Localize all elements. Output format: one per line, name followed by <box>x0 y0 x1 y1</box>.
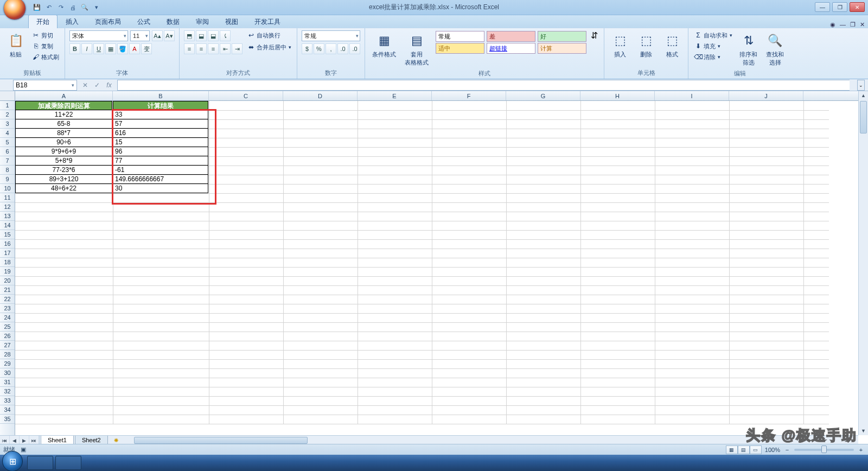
phonetic-button[interactable]: 变 <box>141 43 152 54</box>
align-left-icon[interactable]: ≡ <box>184 43 195 54</box>
currency-icon[interactable]: $ <box>302 43 312 54</box>
row-header-25[interactable]: 25 <box>0 322 15 332</box>
macro-record-icon[interactable]: ▣ <box>21 446 26 453</box>
align-top-icon[interactable]: ⬒ <box>184 30 195 41</box>
column-header-F[interactable]: F <box>432 91 506 100</box>
cell-A9[interactable]: 89÷3+120 <box>15 175 112 184</box>
column-header-H[interactable]: H <box>580 91 655 100</box>
cell-A5[interactable]: 90÷6 <box>15 138 112 147</box>
zoom-out-icon[interactable]: − <box>783 447 791 453</box>
merge-center-button[interactable]: ⬌合并后居中▾ <box>246 42 292 52</box>
ribbon-tab-0[interactable]: 开始 <box>28 15 58 28</box>
row-header-20[interactable]: 20 <box>0 276 15 285</box>
cell-A2[interactable]: 11+22 <box>15 110 112 119</box>
row-header-1[interactable]: 1 <box>0 101 15 110</box>
row-header-12[interactable]: 12 <box>0 202 15 212</box>
column-header-B[interactable]: B <box>113 91 209 100</box>
indent-dec-icon[interactable]: ⇤ <box>220 43 231 54</box>
inc-decimal-icon[interactable]: .0 <box>337 43 348 54</box>
enter-formula-icon[interactable]: ✓ <box>92 81 102 89</box>
ribbon-tab-5[interactable]: 审阅 <box>188 15 217 28</box>
find-select-button[interactable]: 🔍查找和 选择 <box>763 30 787 68</box>
format-cells-button[interactable]: ⬚格式 <box>661 30 684 60</box>
cell-B8[interactable]: -61 <box>113 166 208 175</box>
fill-button[interactable]: ⬇填充▾ <box>693 41 733 51</box>
save-icon[interactable]: 💾 <box>33 3 41 12</box>
formula-expand-icon[interactable]: ⌄ <box>857 80 865 91</box>
comma-icon[interactable]: , <box>326 43 336 54</box>
underline-button[interactable]: U <box>93 43 104 54</box>
row-header-10[interactable]: 10 <box>0 184 15 193</box>
cell-B6[interactable]: 96 <box>113 147 208 156</box>
minimize-button[interactable]: — <box>815 2 830 12</box>
format-as-table-button[interactable]: ▤套用 表格格式 <box>402 30 431 68</box>
row-header-17[interactable]: 17 <box>0 249 15 258</box>
format-painter-button[interactable]: 🖌格式刷 <box>30 52 60 62</box>
zoom-thumb[interactable] <box>821 445 827 453</box>
copy-button[interactable]: ⎘复制 <box>30 41 60 51</box>
row-header-14[interactable]: 14 <box>0 221 15 230</box>
font-size-combo[interactable]: 11 <box>130 30 150 41</box>
row-header-34[interactable]: 34 <box>0 405 15 415</box>
row-header-22[interactable]: 22 <box>0 295 15 304</box>
cell-style-good[interactable]: 好 <box>538 31 586 42</box>
scroll-down-icon[interactable]: ▼ <box>859 427 868 435</box>
ribbon-tab-4[interactable]: 数据 <box>158 15 188 28</box>
row-header-2[interactable]: 2 <box>0 110 15 119</box>
styles-more-icon[interactable]: ⇵ <box>591 30 599 52</box>
normal-view-icon[interactable]: ▦ <box>726 445 738 454</box>
vertical-scrollbar[interactable]: ▲ ▼ <box>858 91 868 435</box>
row-header-28[interactable]: 28 <box>0 350 15 359</box>
cancel-formula-icon[interactable]: ✕ <box>80 81 90 89</box>
zoom-slider[interactable] <box>794 449 854 451</box>
select-all-corner[interactable] <box>0 91 15 101</box>
ribbon-tab-1[interactable]: 插入 <box>58 15 87 28</box>
row-header-3[interactable]: 3 <box>0 119 15 129</box>
row-header-24[interactable]: 24 <box>0 313 15 322</box>
ribbon-minimize-icon[interactable]: — <box>840 21 846 28</box>
cell-A7[interactable]: 5+8*9 <box>15 156 112 166</box>
grow-font-icon[interactable]: A▴ <box>152 30 163 41</box>
name-box[interactable]: B18 <box>13 80 77 91</box>
cut-button[interactable]: ✂剪切 <box>30 30 60 40</box>
clear-button[interactable]: ⌫清除▾ <box>693 52 733 62</box>
hscroll-thumb[interactable] <box>134 437 308 444</box>
cell-B3[interactable]: 57 <box>113 119 208 129</box>
column-header-G[interactable]: G <box>506 91 580 100</box>
vscroll-thumb[interactable] <box>860 101 867 133</box>
maximize-button[interactable]: ❐ <box>832 2 847 12</box>
indent-inc-icon[interactable]: ⇥ <box>232 43 242 54</box>
row-header-26[interactable]: 26 <box>0 332 15 341</box>
cell-B5[interactable]: 15 <box>113 138 208 147</box>
align-center-icon[interactable]: ≡ <box>196 43 207 54</box>
row-header-8[interactable]: 8 <box>0 166 15 175</box>
scroll-up-icon[interactable]: ▲ <box>859 91 868 100</box>
page-break-view-icon[interactable]: ▭ <box>750 445 762 454</box>
zoom-in-icon[interactable]: + <box>857 447 865 453</box>
cell-B10[interactable]: 30 <box>113 184 208 193</box>
taskbar-item[interactable] <box>55 456 81 470</box>
cell-style-hyperlink[interactable]: 超链接 <box>487 43 535 54</box>
conditional-format-button[interactable]: ▦条件格式 <box>369 30 399 60</box>
undo-icon[interactable]: ↶ <box>44 3 53 12</box>
font-name-combo[interactable]: 宋体 <box>69 30 128 41</box>
align-middle-icon[interactable]: ⬓ <box>196 30 207 41</box>
row-header-11[interactable]: 11 <box>0 193 15 202</box>
preview-icon[interactable]: 🔍 <box>80 3 89 12</box>
cell-A6[interactable]: 9*9+6+9 <box>15 147 112 156</box>
row-header-32[interactable]: 32 <box>0 387 15 396</box>
row-header-6[interactable]: 6 <box>0 147 15 156</box>
column-header-J[interactable]: J <box>729 91 803 100</box>
autosum-button[interactable]: Σ自动求和▾ <box>693 30 733 40</box>
ribbon-tab-3[interactable]: 公式 <box>129 15 158 28</box>
cell-style-neutral[interactable]: 适中 <box>436 43 484 54</box>
cell-B9[interactable]: 149.6666666667 <box>113 175 208 184</box>
row-header-19[interactable]: 19 <box>0 267 15 276</box>
help-icon[interactable]: ◉ <box>830 21 835 28</box>
border-button[interactable]: ▦ <box>105 43 116 54</box>
cell-B4[interactable]: 616 <box>113 129 208 138</box>
column-header-I[interactable]: I <box>655 91 729 100</box>
row-header-4[interactable]: 4 <box>0 129 15 138</box>
dec-decimal-icon[interactable]: .0 <box>349 43 360 54</box>
print-icon[interactable]: 🖨 <box>68 3 77 12</box>
